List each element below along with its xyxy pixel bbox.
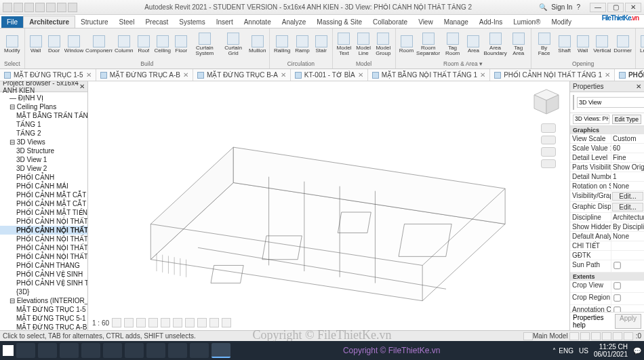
- property-value[interactable]: [611, 293, 644, 304]
- ribbon-button-window[interactable]: Window: [64, 34, 85, 55]
- tree-row[interactable]: MẶT ĐỨNG TRỤC 1-5: [0, 305, 87, 314]
- ribbon-button-curtainsystem[interactable]: Curtain System: [190, 31, 218, 58]
- ribbon-tab-collaborate[interactable]: Collaborate: [367, 16, 413, 28]
- ribbon-button-byface[interactable]: By Face: [534, 31, 555, 58]
- ribbon-button-column[interactable]: Column: [114, 34, 134, 55]
- task-autocad-icon[interactable]: [125, 343, 144, 358]
- tree-row[interactable]: PHỐI CẢNH NỘI THẤT TẦNG 1: [0, 217, 87, 226]
- ribbon-tab-lumion[interactable]: Lumion®: [508, 16, 546, 28]
- filter-icon[interactable]: [591, 332, 601, 340]
- ribbon-button-wall[interactable]: Wall: [27, 34, 45, 55]
- property-value[interactable]: Show Original: [611, 163, 644, 172]
- pin-icon[interactable]: [613, 332, 622, 340]
- viewcube[interactable]: [531, 87, 561, 117]
- ribbon-button-area[interactable]: Area: [464, 34, 482, 55]
- view-tab[interactable]: PHỐI CẢNH NỘI THẤT TẦNG 1✕: [490, 69, 615, 81]
- tree-row[interactable]: PHỐI CẢNH MẶT TIỀN: [0, 208, 87, 217]
- lock-3d-icon[interactable]: [197, 318, 207, 327]
- qat-undo-icon[interactable]: [35, 3, 45, 12]
- tree-row[interactable]: {3D}: [0, 287, 87, 296]
- reveal-hidden-icon[interactable]: [222, 318, 231, 327]
- windows-taskbar[interactable]: Copyright © FileThietKe.vn ˄ ENG US 11:2…: [0, 341, 644, 360]
- tree-row[interactable]: PHỐI CẢNH NỘI THẤT TẦNG 4: [0, 243, 87, 252]
- view-control-bar[interactable]: 1 : 60: [92, 318, 231, 327]
- close-button[interactable]: ✕: [625, 3, 641, 12]
- property-checkbox[interactable]: [613, 306, 620, 312]
- edit-type-button[interactable]: Edit Type: [612, 115, 641, 124]
- qat-print-icon[interactable]: [57, 3, 66, 12]
- ribbon-tab-insert[interactable]: Insert: [211, 16, 239, 28]
- properties-header[interactable]: Properties ✕: [570, 81, 644, 92]
- ribbon-button-component[interactable]: Component: [85, 34, 113, 55]
- tree-row[interactable]: — ĐỊNH VỊ: [0, 94, 87, 102]
- tree-row[interactable]: 3D View 2: [0, 164, 87, 173]
- view-tab[interactable]: KT-001 - TỜ BÌA✕: [291, 69, 368, 81]
- property-value[interactable]: Edit...: [612, 192, 643, 201]
- property-value[interactable]: None: [611, 232, 644, 241]
- qat-measure-icon[interactable]: [68, 3, 77, 12]
- tree-row[interactable]: PHỐI CẢNH MẶT CẮT A-A: [0, 191, 87, 199]
- ribbon-tab-addins[interactable]: Add-Ins: [474, 16, 508, 28]
- task-cortana-icon[interactable]: [38, 343, 57, 358]
- property-value[interactable]: [611, 241, 644, 250]
- tree-row[interactable]: PHỐI CẢNH MẶT CẮT B-B: [0, 199, 87, 208]
- property-value[interactable]: None: [611, 182, 644, 191]
- taskbar-clock[interactable]: 11:25 CH 06/01/2021: [591, 343, 630, 358]
- tree-row[interactable]: MẶT BẰNG TRẦN TẦNG 1: [0, 111, 87, 120]
- detail-level-icon[interactable]: [112, 318, 121, 327]
- task-search-icon[interactable]: [16, 343, 35, 358]
- ribbon-tab-file[interactable]: File: [1, 16, 23, 28]
- ribbon-tab-view[interactable]: View: [413, 16, 439, 28]
- task-zalo-icon[interactable]: [168, 343, 187, 358]
- close-icon[interactable]: ✕: [636, 83, 641, 90]
- close-icon[interactable]: ✕: [605, 71, 610, 79]
- ribbon-button-tagarea[interactable]: Tag Area: [508, 31, 529, 58]
- ribbon-button-vertical[interactable]: Vertical: [592, 34, 612, 55]
- task-excel-icon[interactable]: [103, 343, 122, 358]
- tray-keyboard[interactable]: US: [579, 347, 588, 355]
- selection-filter-icon[interactable]: [569, 332, 579, 340]
- signin-link[interactable]: Sign In: [551, 3, 572, 11]
- tree-row[interactable]: PHỐI CẢNH THANG: [0, 261, 87, 270]
- close-icon[interactable]: ✕: [86, 71, 92, 79]
- close-icon[interactable]: ✕: [79, 83, 85, 90]
- tree-row[interactable]: MẶT ĐỨNG TRỤC A-B: [0, 323, 87, 330]
- property-value[interactable]: [611, 281, 644, 292]
- ribbon-button-shaft[interactable]: Shaft: [556, 34, 573, 55]
- tree-row[interactable]: PHỐI CẢNH MÁI: [0, 182, 87, 191]
- maximize-button[interactable]: ▢: [607, 3, 624, 12]
- ribbon-button-roomseparator[interactable]: Room Separator: [416, 31, 441, 58]
- project-browser-tree[interactable]: — ĐỊNH VỊ⊟ Ceiling PlansMẶT BẰNG TRẦN TẦ…: [0, 92, 87, 330]
- properties-grid[interactable]: GraphicsView ScaleCustomScale Value 1:60…: [570, 126, 644, 312]
- tree-row[interactable]: TẦNG 1: [0, 120, 87, 129]
- nav-bar[interactable]: [541, 123, 556, 168]
- ribbon-button-ramp[interactable]: Ramp: [293, 34, 311, 55]
- property-value[interactable]: Custom: [611, 134, 644, 143]
- qat-redo-icon[interactable]: [46, 3, 56, 12]
- task-pdf-icon[interactable]: [146, 343, 165, 358]
- qat-save-icon[interactable]: [24, 3, 34, 12]
- ribbon-tab-manage[interactable]: Manage: [439, 16, 474, 28]
- tree-row[interactable]: PHỐI CẢNH NỘI THẤT TẦNG 5: [0, 252, 87, 261]
- ribbon-button-modelgroup[interactable]: Model Group: [374, 31, 393, 58]
- ribbon-button-mullion[interactable]: Mullion: [248, 34, 267, 55]
- tree-row[interactable]: PHỐI CẢNH: [0, 173, 87, 182]
- view-tab[interactable]: MẶT ĐỨNG TRỤC B-A✕: [193, 69, 291, 81]
- tree-row[interactable]: PHỐI CẢNH VỆ SINH TẦNG 2: [0, 279, 87, 287]
- tree-row[interactable]: ⊟ Elevations (INTERIOR_ELEVATION CẤP PHÉ…: [0, 296, 87, 305]
- tray-chevron-up-icon[interactable]: ˄: [552, 347, 556, 355]
- ribbon-button-dormer[interactable]: Dormer: [613, 34, 633, 55]
- rendering-icon[interactable]: [161, 318, 170, 327]
- view-tab[interactable]: PHỐI CẢNH NỘI THẤT TẦNG 2✕: [615, 69, 644, 81]
- tree-row[interactable]: ⊟ Ceiling Plans: [0, 102, 87, 111]
- ribbon-tab-structure[interactable]: Structure: [75, 16, 114, 28]
- close-icon[interactable]: ✕: [183, 71, 188, 79]
- property-group-header[interactable]: Graphics: [570, 126, 644, 134]
- ribbon-tab-precast[interactable]: Precast: [140, 16, 174, 28]
- tree-row[interactable]: PHỐI CẢNH NỘI THẤT TẦNG 3: [0, 235, 87, 243]
- project-browser-header[interactable]: Project Browser - 5x16x4 ANH KIEN ✕: [0, 81, 87, 92]
- orbit-icon[interactable]: [541, 159, 556, 169]
- ribbon-button-modeltext[interactable]: Model Text: [335, 31, 354, 58]
- ribbon-button-roof[interactable]: Roof: [135, 34, 153, 55]
- ribbon-button-modelline[interactable]: Model Line: [354, 31, 373, 58]
